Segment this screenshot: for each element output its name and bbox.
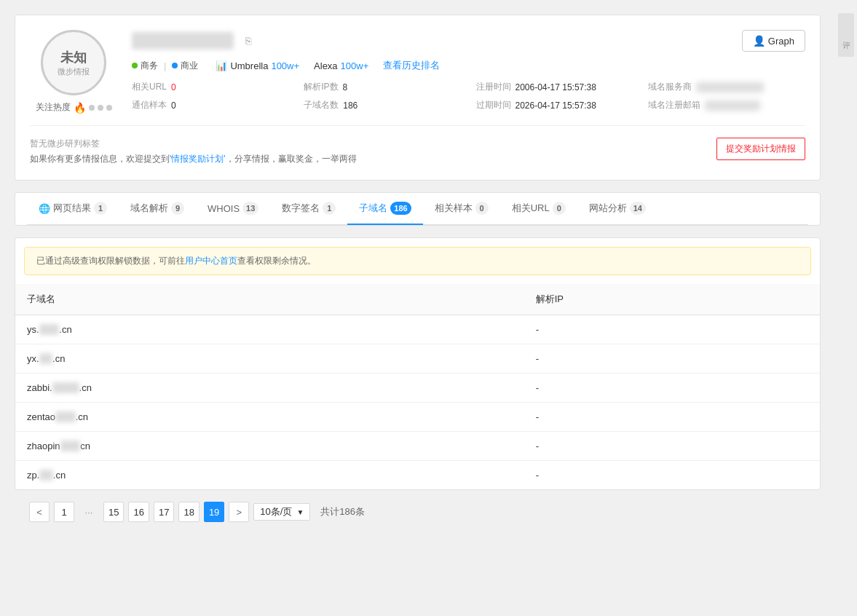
person-icon: 👤 bbox=[753, 35, 765, 47]
table-row: ys.███.cn - bbox=[15, 315, 820, 344]
meta-expire-time: 过期时间 2026-04-17 15:57:38 bbox=[476, 99, 633, 111]
page-btn-18[interactable]: 18 bbox=[178, 502, 199, 522]
meta-label-reg-email: 域名注册邮箱 bbox=[648, 99, 700, 111]
tab-webpage-results[interactable]: 🌐 网页结果 1 bbox=[27, 193, 119, 225]
page-btn-15[interactable]: 15 bbox=[103, 502, 124, 522]
tags-row: 商务 | 商业 📊 Umbrella 100w+ bbox=[132, 59, 805, 72]
table-row: yx.██.cn - bbox=[15, 344, 820, 374]
tag-business: 商务 bbox=[132, 60, 158, 72]
meta-subdomain-count: 子域名数 186 bbox=[304, 99, 461, 111]
tab-label-digital-sig: 数字签名 bbox=[282, 202, 320, 215]
tab-digital-sig[interactable]: 数字签名 1 bbox=[270, 193, 347, 225]
meta-value-subdomain-count: 186 bbox=[343, 100, 358, 111]
per-page-select[interactable]: 10条/页 ▼ bbox=[253, 503, 310, 521]
tab-badge-related-sample: 0 bbox=[475, 202, 489, 215]
meta-reg-email: 域名注册邮箱 ████████ bbox=[648, 99, 805, 111]
meta-label-registrar: 域名服务商 bbox=[648, 81, 692, 93]
graph-button[interactable]: 👤 Graph bbox=[742, 30, 805, 52]
heat-dot-2 bbox=[98, 105, 103, 111]
subdomain-cell-5[interactable]: zhaopin███cn bbox=[15, 432, 524, 461]
resolved-ip-cell-3: - bbox=[524, 374, 820, 403]
page-dots-1: ··· bbox=[79, 502, 99, 522]
user-center-link[interactable]: 用户中心首页 bbox=[185, 256, 237, 266]
tab-label-webpage: 网页结果 bbox=[53, 202, 91, 215]
col-header-resolved-ip: 解析IP bbox=[524, 284, 820, 315]
subdomain-table: 子域名 解析IP ys.███.cn - yx.██.cn - zabbi.██… bbox=[15, 284, 820, 489]
meta-value-related-url: 0 bbox=[171, 82, 176, 92]
table-row: zentao███.cn - bbox=[15, 403, 820, 432]
subdomain-cell-1[interactable]: ys.███.cn bbox=[15, 315, 524, 344]
tabs-row: 🌐 网页结果 1 域名解析 9 WHOIS 13 数字签名 1 子域名 bbox=[27, 193, 808, 225]
tab-whois[interactable]: WHOIS 13 bbox=[196, 193, 270, 225]
no-label-text: 暂无微步研判标签 bbox=[30, 138, 357, 150]
profile-card: 未知 微步情报 关注热度 🔥 ⎘ bbox=[15, 15, 821, 181]
tab-badge-webpage: 1 bbox=[94, 202, 107, 215]
flame-icon: 🔥 bbox=[74, 102, 86, 114]
meta-reg-time: 注册时间 2006-04-17 15:57:38 bbox=[476, 81, 633, 93]
meta-label-expire-time: 过期时间 bbox=[476, 99, 511, 111]
copy-icon[interactable]: ⎘ bbox=[245, 35, 251, 47]
total-count: 共计186条 bbox=[320, 505, 365, 518]
table-row: zp.██.cn - bbox=[15, 461, 820, 490]
page-btn-19-active[interactable]: 19 bbox=[204, 502, 224, 522]
umbrella-count: 100w+ bbox=[271, 60, 299, 71]
avatar-container: 未知 微步情报 关注热度 🔥 bbox=[30, 30, 117, 114]
per-page-dropdown-icon: ▼ bbox=[296, 508, 304, 516]
graph-label: Graph bbox=[768, 36, 794, 47]
next-page-button[interactable]: > bbox=[229, 502, 249, 522]
avatar-circle: 未知 微步情报 bbox=[41, 30, 106, 95]
tab-label-subdomain: 子域名 bbox=[359, 202, 387, 215]
profile-name-blurred bbox=[132, 32, 234, 50]
subdomain-cell-4[interactable]: zentao███.cn bbox=[15, 403, 524, 432]
meta-resolved-ip: 解析IP数 8 bbox=[304, 81, 461, 93]
tab-badge-digital-sig: 1 bbox=[323, 202, 336, 215]
tab-site-analysis[interactable]: 网站分析 14 bbox=[577, 193, 657, 225]
tabs-container: 🌐 网页结果 1 域名解析 9 WHOIS 13 数字签名 1 子域名 bbox=[15, 192, 821, 226]
prev-page-button[interactable]: < bbox=[29, 502, 50, 522]
submit-reward-button[interactable]: 提交奖励计划情报 bbox=[716, 138, 805, 160]
avatar-name: 未知 bbox=[60, 49, 87, 66]
col-header-subdomain: 子域名 bbox=[15, 284, 524, 315]
table-area: 已通过高级查询权限解锁数据，可前往用户中心首页查看权限剩余情况。 子域名 解析I… bbox=[15, 237, 821, 490]
page-btn-1[interactable]: 1 bbox=[54, 502, 74, 522]
tab-label-site-analysis: 网站分析 bbox=[589, 202, 627, 215]
label-section: 暂无微步研判标签 如果你有更多情报信息，欢迎提交到'情报奖励计划'，分享情报，赢… bbox=[30, 125, 805, 165]
meta-value-registrar: ██████████ bbox=[696, 82, 764, 92]
meta-related-url: 相关URL 0 bbox=[132, 81, 289, 93]
sidebar-eval-tab[interactable]: 评 bbox=[838, 13, 854, 57]
meta-grid: 相关URL 0 解析IP数 8 注册时间 2006-04-17 15:57:38 bbox=[132, 81, 805, 111]
tag-label-1: 商务 bbox=[141, 60, 158, 72]
table-row: zabbi.████.cn - bbox=[15, 374, 820, 403]
tab-label-related-url: 相关URL bbox=[512, 202, 550, 215]
tag-label-2: 商业 bbox=[181, 60, 198, 72]
reward-link[interactable]: '情报奖励计划' bbox=[170, 154, 226, 164]
meta-label-comm-sample: 通信样本 bbox=[132, 99, 167, 111]
subdomain-cell-6[interactable]: zp.██.cn bbox=[15, 461, 524, 490]
tab-badge-related-url: 0 bbox=[553, 202, 566, 215]
notice-text: 已通过高级查询权限解锁数据，可前往 bbox=[36, 256, 185, 266]
tab-subdomain[interactable]: 子域名 186 bbox=[347, 193, 422, 225]
meta-value-comm-sample: 0 bbox=[171, 100, 176, 111]
pagination: < 1 ··· 15 16 17 18 19 > 10条/页 ▼ 共计186条 bbox=[15, 490, 821, 534]
tab-related-sample[interactable]: 相关样本 0 bbox=[423, 193, 500, 225]
page-btn-16[interactable]: 16 bbox=[128, 502, 149, 522]
label-desc: 如果你有更多情报信息，欢迎提交到'情报奖励计划'，分享情报，赢取奖金，一举两得 bbox=[30, 153, 357, 165]
heat-dot-1 bbox=[89, 105, 95, 111]
subdomain-cell-3[interactable]: zabbi.████.cn bbox=[15, 374, 524, 403]
tab-related-url[interactable]: 相关URL 0 bbox=[500, 193, 577, 225]
page-btn-17[interactable]: 17 bbox=[154, 502, 174, 522]
meta-value-resolved-ip: 8 bbox=[343, 82, 348, 92]
tab-domain-resolve[interactable]: 域名解析 9 bbox=[119, 193, 196, 225]
meta-value-reg-time: 2006-04-17 15:57:38 bbox=[516, 82, 596, 92]
umbrella-info: 📊 Umbrella 100w+ bbox=[216, 60, 299, 71]
subdomain-cell-2[interactable]: yx.██.cn bbox=[15, 344, 524, 374]
meta-label-subdomain-count: 子域名数 bbox=[304, 99, 339, 111]
attention-label: 关注热度 bbox=[36, 101, 71, 114]
tab-label-domain-resolve: 域名解析 bbox=[130, 202, 168, 215]
meta-label-related-url: 相关URL bbox=[132, 81, 167, 93]
tag-separator: | bbox=[164, 60, 166, 71]
alexa-count: 100w+ bbox=[341, 60, 369, 71]
history-rank-link[interactable]: 查看历史排名 bbox=[383, 59, 440, 72]
notice-bar: 已通过高级查询权限解锁数据，可前往用户中心首页查看权限剩余情况。 bbox=[24, 247, 811, 275]
alexa-info: Alexa 100w+ bbox=[314, 60, 368, 71]
